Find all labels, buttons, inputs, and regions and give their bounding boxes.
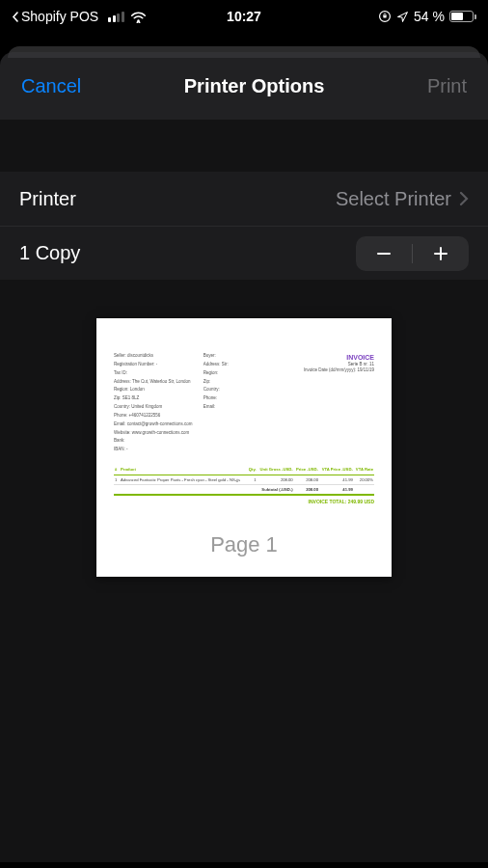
back-to-app[interactable]: Shopify POS [12,9,98,24]
invoice-document: Seller: discountdicks Registration Numbe… [96,318,392,515]
status-time: 10:27 [227,9,261,24]
back-caret-icon [12,12,19,22]
seller-block: Seller: discountdicks Registration Numbe… [114,353,196,455]
page-preview[interactable]: Seller: discountdicks Registration Numbe… [96,318,392,577]
decrement-button[interactable] [356,236,412,271]
status-bar: Shopify POS 10:27 54 % [0,0,488,33]
battery-icon [449,11,476,22]
page-number-label: Page 1 [96,515,392,577]
orientation-lock-icon [378,10,392,23]
invoice-total: INVOICE TOTAL: 249.99 USD [114,499,374,505]
back-app-label: Shopify POS [21,9,98,24]
page-title: Printer Options [184,75,325,97]
content-area: Printer Select Printer 1 Copy Seller: di… [0,120,488,862]
increment-button[interactable] [413,236,469,271]
printer-label: Printer [19,188,76,210]
invoice-meta-block: INVOICE Serie B nr. 11 Invoice Date (dd/… [292,353,374,455]
printer-value: Select Printer [336,188,451,210]
subtotal-row: Subtotal (-USD-) 208.00 41.99 [114,485,374,496]
location-icon [396,11,409,23]
svg-rect-2 [383,15,386,18]
buyer-block: Buyer: Address: Str: Region: Zip: Countr… [203,353,285,455]
preview-area: Seller: discountdicks Registration Numbe… [0,280,488,577]
copies-label: 1 Copy [19,242,80,264]
invoice-title: INVOICE [292,353,374,362]
status-right: 54 % [378,9,476,24]
nav-bar: Cancel Printer Options Print [0,52,488,120]
svg-point-0 [137,19,139,21]
invoice-table: # Product Qty. Unit Gross -USD- Price -U… [114,465,374,496]
minus-icon [375,245,393,262]
chevron-right-icon [459,191,469,206]
cancel-button[interactable]: Cancel [21,75,81,97]
printer-row[interactable]: Printer Select Printer [0,172,488,226]
plus-icon [432,245,449,262]
battery-percent: 54 % [414,9,445,24]
table-row: 1 Advanced Fantastic Proper Pants - Fres… [114,475,374,484]
wifi-icon [130,11,147,23]
copies-stepper [356,236,469,271]
copies-row: 1 Copy [0,226,488,280]
cellular-signal-icon [108,12,124,22]
status-left: Shopify POS [12,9,147,24]
print-button[interactable]: Print [427,75,467,97]
